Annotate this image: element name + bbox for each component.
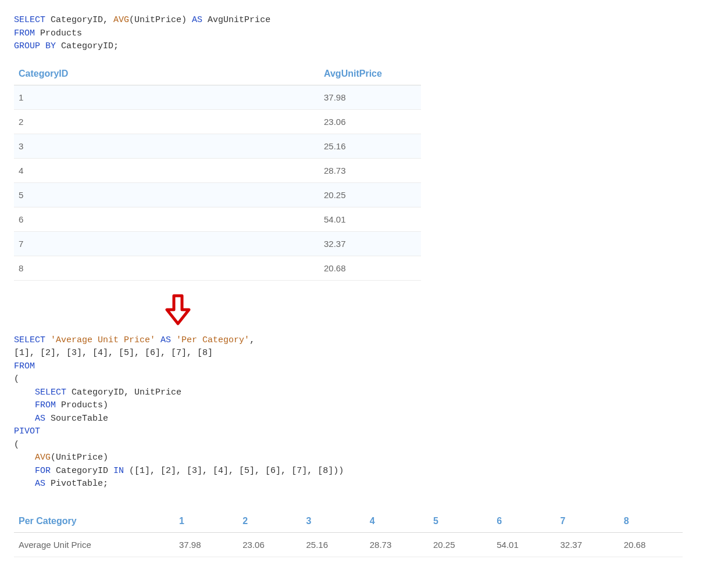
table-cell: 54.01 [492,532,555,557]
table-row: 137.98 [14,85,421,109]
sql-query-2: SELECT 'Average Unit Price' AS 'Per Cate… [14,334,714,491]
col-header: 8 [619,510,683,533]
table-cell: 54.01 [319,207,421,231]
table-cell: 25.16 [302,532,365,557]
table-cell: 37.98 [174,532,238,557]
table-cell: 20.68 [319,256,421,280]
table-cell: 4 [14,158,319,182]
col-header: 6 [492,510,555,533]
table-cell: 6 [14,207,319,231]
table-cell: 5 [14,182,319,207]
table-cell: 20.68 [619,532,683,557]
col-header: Per Category [14,510,174,533]
table-row: Average Unit Price37.9823.0625.1628.7320… [14,532,683,557]
table-cell: 20.25 [319,182,421,207]
table-row: 520.25 [14,182,421,207]
table-cell: 20.25 [429,532,492,557]
table-row: 428.73 [14,158,421,182]
table-cell: 7 [14,231,319,256]
col-header: 7 [556,510,619,533]
table-row: 325.16 [14,134,421,158]
table-row: 223.06 [14,109,421,134]
col-header: 1 [174,510,238,533]
table-cell: 28.73 [319,158,421,182]
table-cell: 23.06 [238,532,301,557]
table-cell: 3 [14,134,319,158]
col-header: CategoryID [14,63,319,85]
col-header: 5 [429,510,492,533]
table-cell: 32.37 [319,231,421,256]
col-header: 3 [302,510,365,533]
table-cell: 1 [14,85,319,109]
table-cell: Average Unit Price [14,532,174,557]
table-cell: 8 [14,256,319,280]
col-header: AvgUnitPrice [319,63,421,85]
down-arrow-icon [163,293,192,328]
table-cell: 25.16 [319,134,421,158]
table-cell: 2 [14,109,319,134]
table-cell: 28.73 [365,532,429,557]
sql-query-1: SELECT CategoryID, AVG(UnitPrice) AS Avg… [14,14,714,53]
table-cell: 32.37 [556,532,619,557]
table-cell: 37.98 [319,85,421,109]
table-row: 820.68 [14,256,421,280]
result-table-2: Per Category12345678 Average Unit Price3… [14,510,683,557]
col-header: 4 [365,510,429,533]
col-header: 2 [238,510,301,533]
table-cell: 23.06 [319,109,421,134]
result-table-1: CategoryID AvgUnitPrice 137.98223.06325.… [14,63,421,281]
table-row: 732.37 [14,231,421,256]
table-row: 654.01 [14,207,421,231]
